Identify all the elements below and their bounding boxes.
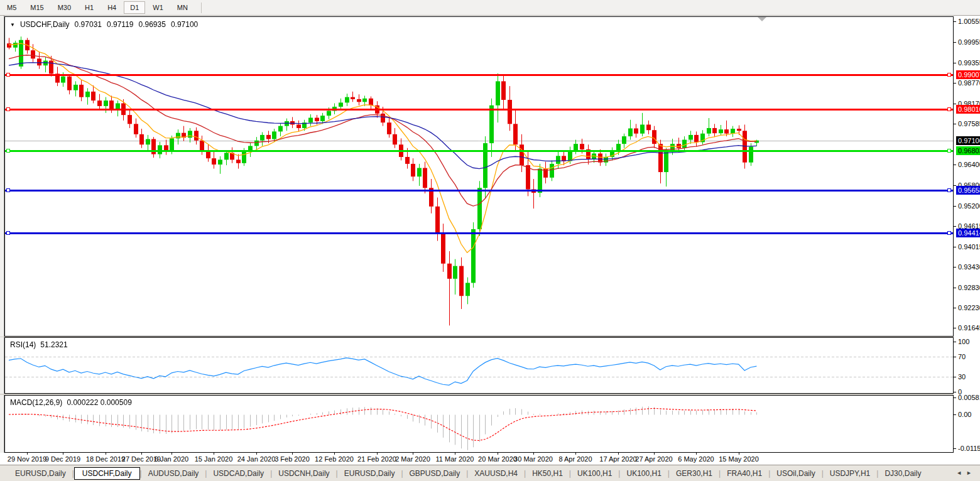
- tick-mark: [954, 392, 956, 392]
- timeframe-button-m30[interactable]: M30: [52, 1, 77, 14]
- date-tick-mark: [292, 453, 293, 455]
- tab-ger30-h1[interactable]: GER30,H1: [670, 467, 719, 480]
- price-axis-tick-label: 0.99955: [958, 38, 980, 46]
- date-tick-label: 15 May 2020: [717, 455, 761, 463]
- rsi-value: 51.2321: [40, 340, 67, 349]
- price-axis-tick: 0.95200: [954, 202, 980, 210]
- date-tick-mark: [533, 453, 534, 455]
- chart-title: ▼ USDCHF,Daily 0.97031 0.97119 0.96935 0…: [10, 20, 198, 29]
- tick-mark: [954, 42, 956, 43]
- timeframe-button-h1[interactable]: H1: [79, 1, 100, 14]
- tab-scroll-arrows[interactable]: ◄►: [956, 470, 976, 476]
- ohlc-high: 0.97119: [107, 20, 134, 29]
- price-level-badge: 0.99007: [956, 70, 980, 79]
- date-tick-mark: [256, 453, 257, 455]
- macd-axis-tick: 0.00: [954, 411, 980, 419]
- price-chart-panel[interactable]: ▼ USDCHF,Daily 0.97031 0.97119 0.96935 0…: [4, 16, 954, 337]
- tab-gbpusd-daily[interactable]: GBPUSD,Daily: [403, 467, 467, 480]
- tick-mark: [954, 328, 956, 328]
- timeframe-button-mn[interactable]: MN: [171, 1, 194, 14]
- timeframe-button-h4[interactable]: H4: [101, 1, 122, 14]
- price-level-badge: 0.98010: [956, 105, 980, 114]
- chart-shift-marker-icon[interactable]: [758, 17, 766, 21]
- tab-audusd-daily[interactable]: AUDUSD,Daily: [142, 467, 205, 480]
- symbol-dropdown-icon[interactable]: ▼: [10, 22, 15, 28]
- price-level-badge: 0.94414: [956, 229, 980, 237]
- tab-dj30-daily[interactable]: DJ30,Daily: [878, 467, 927, 480]
- price-axis-tick: 0.99355: [954, 59, 980, 67]
- timeframe-button-d1[interactable]: D1: [124, 1, 145, 14]
- date-tick-label: 6 Jan 2020: [150, 455, 193, 463]
- rsi-chart-canvas[interactable]: [5, 338, 953, 393]
- price-axis-tick-label: 0.91645: [958, 324, 980, 332]
- price-axis[interactable]: 1.005550.999550.993550.987700.981700.975…: [954, 16, 980, 453]
- rsi-label: RSI(14) 51.2321: [10, 340, 68, 349]
- timeframe-toolbar: M5M15M30H1H4D1W1MN: [0, 0, 980, 16]
- tab-usdjpy-h1[interactable]: USDJPY,H1: [824, 467, 876, 480]
- macd-axis-tick-label: 0.005818: [958, 394, 980, 401]
- price-axis-tick-label: 0.98770: [958, 79, 980, 87]
- price-axis-tick: 0.94015: [954, 243, 980, 251]
- price-axis-tick-label: 0.92230: [958, 304, 980, 311]
- date-tick-mark: [106, 453, 106, 455]
- tab-eurusd-daily[interactable]: EURUSD,Daily: [9, 467, 72, 480]
- macd-chart-canvas[interactable]: [5, 396, 953, 452]
- tick-mark: [954, 267, 956, 268]
- tab-usdcad-daily[interactable]: USDCAD,Daily: [207, 467, 270, 480]
- tick-mark: [954, 247, 956, 247]
- date-tick-label: 6 May 2020: [674, 455, 718, 463]
- rsi-axis-tick-label: 70: [958, 353, 966, 360]
- price-axis-tick-label: 1.00555: [958, 18, 980, 25]
- date-tick-mark: [455, 453, 455, 455]
- date-tick-mark: [63, 453, 63, 455]
- macd-axis-tick-label: -0.011515: [958, 445, 980, 452]
- date-tick-mark: [334, 453, 335, 455]
- current-price-badge: 0.97100: [956, 136, 980, 145]
- price-axis-tick-label: 0.92830: [958, 284, 980, 291]
- date-tick-mark: [27, 453, 28, 455]
- macd-name: MACD(12,26,9): [10, 398, 62, 407]
- date-tick-mark: [377, 453, 378, 455]
- tick-mark: [954, 308, 956, 308]
- tab-fra40-h1[interactable]: FRA40,H1: [721, 467, 768, 480]
- tick-mark: [954, 448, 956, 449]
- tick-mark: [954, 206, 956, 207]
- ohlc-low: 0.96935: [139, 20, 166, 29]
- tab-uk100-h1[interactable]: UK100,H1: [571, 467, 618, 480]
- ohlc-open: 0.97031: [75, 20, 102, 29]
- timeframe-button-m15[interactable]: M15: [24, 1, 50, 14]
- date-axis[interactable]: 29 Nov 20199 Dec 201918 Dec 201927 Dec 2…: [0, 453, 980, 465]
- price-axis-tick: 0.96400: [954, 161, 980, 169]
- tab-eurusd-daily[interactable]: EURUSD,Daily: [338, 467, 401, 480]
- rsi-name: RSI(14): [10, 340, 36, 349]
- candlestick-chart-canvas[interactable]: [5, 17, 953, 336]
- date-tick-mark: [214, 453, 214, 455]
- chart-symbol-label: USDCHF,Daily: [20, 20, 70, 29]
- tick-mark: [954, 226, 956, 227]
- tick-mark: [954, 21, 956, 22]
- date-tick-label: 2 Mar 2020: [391, 455, 435, 463]
- tick-mark: [954, 342, 956, 342]
- tab-uk100-h1[interactable]: UK100,H1: [620, 467, 667, 480]
- rsi-axis-tick-label: 30: [958, 373, 966, 381]
- tab-xauusd-h4[interactable]: XAUUSD,H4: [468, 467, 524, 480]
- price-axis-tick: 1.00555: [954, 18, 980, 26]
- tick-mark: [954, 165, 956, 165]
- rsi-indicator-panel[interactable]: RSI(14) 51.2321: [4, 337, 954, 394]
- tab-usdchf-daily[interactable]: USDCHF,Daily: [74, 467, 140, 480]
- rsi-axis-tick-label: 100: [958, 338, 969, 345]
- timeframe-button-w1[interactable]: W1: [146, 1, 170, 14]
- date-tick-mark: [696, 453, 697, 455]
- macd-label: MACD(12,26,9) 0.000222 0.000509: [10, 398, 132, 407]
- price-axis-tick: 0.98770: [954, 79, 980, 87]
- macd-axis-tick: -0.011515: [954, 445, 980, 453]
- tab-hk50-h1[interactable]: HK50,H1: [526, 467, 569, 480]
- date-tick-label: 11 Mar 2020: [433, 455, 477, 463]
- date-tick-label: 9 Dec 2019: [41, 455, 85, 463]
- date-tick-label: 30 Mar 2020: [511, 455, 555, 463]
- tab-usdcnh-daily[interactable]: USDCNH,Daily: [272, 467, 335, 480]
- date-tick-label: 3 Feb 2020: [270, 455, 314, 463]
- timeframe-button-m5[interactable]: M5: [1, 1, 23, 14]
- macd-indicator-panel[interactable]: MACD(12,26,9) 0.000222 0.000509: [4, 395, 954, 453]
- tab-usoil-daily[interactable]: USOil,Daily: [770, 467, 821, 480]
